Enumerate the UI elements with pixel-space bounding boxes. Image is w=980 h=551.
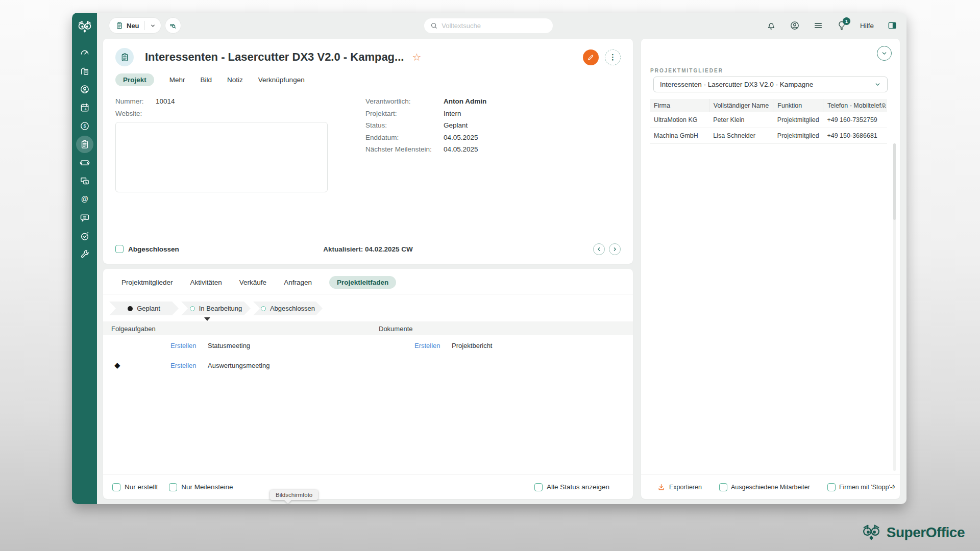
notifications-button[interactable] <box>766 20 776 31</box>
svg-text:@: @ <box>81 195 88 203</box>
only-created-checkbox[interactable] <box>112 483 120 491</box>
panel-view-selector[interactable]: Interessenten - Lasercutter DX3 V2.0 - K… <box>653 77 888 92</box>
hamburger-menu-icon <box>813 20 823 31</box>
new-button-dropdown[interactable] <box>145 23 161 29</box>
sidebar-item-settings[interactable] <box>76 246 93 263</box>
column-telefon[interactable]: Telefon - Mobiltelef...⚙ <box>823 99 887 112</box>
sidebar-item-marketing[interactable] <box>76 172 93 190</box>
more-actions-button[interactable]: ⋮ <box>605 49 621 65</box>
only-milestones-checkbox[interactable] <box>169 483 177 491</box>
tab-anfragen[interactable]: Anfragen <box>284 276 312 289</box>
former-employees-checkbox[interactable] <box>719 483 727 491</box>
side-panel-toggle-button[interactable] <box>887 20 897 31</box>
all-status-checkbox[interactable] <box>534 483 543 491</box>
sidebar-item-chat[interactable] <box>76 209 93 227</box>
documents-column-header: Dokumente <box>379 324 412 332</box>
search-input[interactable] <box>442 22 547 30</box>
tab-bild[interactable]: Bild <box>201 73 212 86</box>
previous-record-button[interactable] <box>593 243 605 255</box>
chevron-left-icon <box>596 246 602 252</box>
tab-projektleitfaden[interactable]: Projektleitfaden <box>329 276 396 289</box>
status-value: Geplant <box>444 121 468 129</box>
column-settings-gear-icon[interactable]: ⚙ <box>881 102 886 109</box>
stage-filled-dot-icon <box>128 306 133 311</box>
create-document-link[interactable]: Erstellen <box>414 341 440 349</box>
website-field[interactable] <box>115 122 328 192</box>
help-link[interactable]: Hilfe <box>860 22 874 30</box>
column-funktion[interactable]: Funktion <box>773 99 823 112</box>
brand-name: SuperOffice <box>887 524 965 541</box>
only-milestones-filter[interactable]: Nur Meilensteine <box>169 483 233 491</box>
person-circle-icon <box>80 84 90 94</box>
scrollbar-thumb[interactable] <box>893 143 896 220</box>
favorite-star-icon[interactable]: ☆ <box>412 52 421 62</box>
former-employees-label: Ausgeschiedene Mitarbeiter <box>731 484 810 491</box>
member-funktion: Projektmitglied <box>773 128 823 144</box>
stopp-companies-checkbox[interactable] <box>827 483 836 491</box>
stage-in-bearbeitung[interactable]: In Bearbeitung <box>181 302 251 315</box>
member-firma: Machina GmbH <box>650 128 709 144</box>
end-date-value: 04.05.2025 <box>444 134 478 141</box>
create-task-link[interactable]: Erstellen <box>170 341 197 349</box>
task-name: Auswertungsmeeting <box>208 361 270 369</box>
completed-checkbox[interactable] <box>115 245 124 253</box>
sidebar-item-dashboard[interactable] <box>76 44 93 61</box>
next-milestone-label: Nächster Meilenstein: <box>365 145 444 153</box>
column-vollstaendiger-name[interactable]: Vollständiger Name <box>709 99 773 112</box>
tab-aktivitaeten[interactable]: Aktivitäten <box>190 276 222 289</box>
stage-geplant[interactable]: Geplant <box>109 302 179 315</box>
tab-notiz[interactable]: Notiz <box>227 73 243 86</box>
tab-verkaeufe[interactable]: Verkäufe <box>239 276 266 289</box>
tab-projekt[interactable]: Projekt <box>115 73 154 86</box>
sidebar-item-requests[interactable] <box>76 154 93 171</box>
edit-button[interactable] <box>583 49 599 65</box>
sidebar-item-campaigns[interactable] <box>76 228 93 245</box>
sidebar-item-projects[interactable] <box>76 136 93 153</box>
main-menu-button[interactable] <box>813 20 823 31</box>
export-button[interactable]: Exportieren <box>657 483 702 491</box>
sidebar-item-diary[interactable]: 4 <box>76 99 93 116</box>
member-telefon: +49 160-7352759 <box>823 112 887 128</box>
sidebar-item-mailings[interactable]: @ <box>76 191 93 208</box>
stage-abgeschlossen[interactable]: Abgeschlossen <box>253 302 323 315</box>
ticket-icon <box>80 158 90 168</box>
member-row[interactable]: UltraMotion KG Peter Klein Projektmitgli… <box>650 112 887 128</box>
only-created-filter[interactable]: Nur erstellt <box>112 483 158 491</box>
find-selection-button[interactable] <box>165 18 181 33</box>
screenshot-tooltip: Bildschirmfoto <box>270 490 318 500</box>
tab-verknuepfungen[interactable]: Verknüpfungen <box>258 73 305 86</box>
clipboard-icon <box>115 21 124 30</box>
tab-mehr[interactable]: Mehr <box>169 73 185 86</box>
owl-icon <box>860 523 883 542</box>
global-search <box>424 18 553 33</box>
sidebar-item-sales[interactable]: $ <box>76 117 93 135</box>
member-name: Peter Klein <box>709 112 773 128</box>
wrench-icon <box>80 249 90 260</box>
panel-collapse-button[interactable] <box>877 46 892 61</box>
responsible-value: Anton Admin <box>444 97 486 105</box>
user-menu-button[interactable] <box>790 20 800 31</box>
all-status-filter[interactable]: Alle Status anzeigen <box>534 483 609 491</box>
create-task-link[interactable]: Erstellen <box>170 361 197 369</box>
sidebar-item-contacts[interactable] <box>76 81 93 98</box>
tab-projektmitglieder[interactable]: Projektmitglieder <box>121 276 173 289</box>
calendar-icon: 4 <box>80 103 90 113</box>
member-funktion: Projektmitglied <box>773 112 823 128</box>
project-fields: Nummer: 10014 Website: Verantwo <box>115 97 621 192</box>
panel-scrollbar[interactable] <box>893 143 896 471</box>
new-button[interactable]: Neu <box>109 18 161 33</box>
tips-button[interactable]: 1 <box>837 20 847 31</box>
task-name: Statusmeeting <box>208 341 250 349</box>
topbar: Neu <box>97 13 906 38</box>
superoffice-owl-logo[interactable] <box>76 20 93 36</box>
member-row[interactable]: Machina GmbH Lisa Schneider Projektmitgl… <box>650 128 887 144</box>
member-name: Lisa Schneider <box>709 128 773 144</box>
next-record-button[interactable] <box>609 243 621 255</box>
former-employees-filter[interactable]: Ausgeschiedene Mitarbeiter <box>719 483 810 491</box>
column-firma[interactable]: Firma <box>650 99 709 112</box>
sidebar-item-companies[interactable] <box>76 62 93 80</box>
number-value: 10014 <box>156 97 175 105</box>
stopp-companies-filter[interactable]: Firmen mit 'Stopp'-N <box>827 483 895 491</box>
dollar-circle-icon: $ <box>80 121 90 131</box>
left-column: Interessenten - Lasercutter DX3 V2.0 - K… <box>103 39 633 499</box>
